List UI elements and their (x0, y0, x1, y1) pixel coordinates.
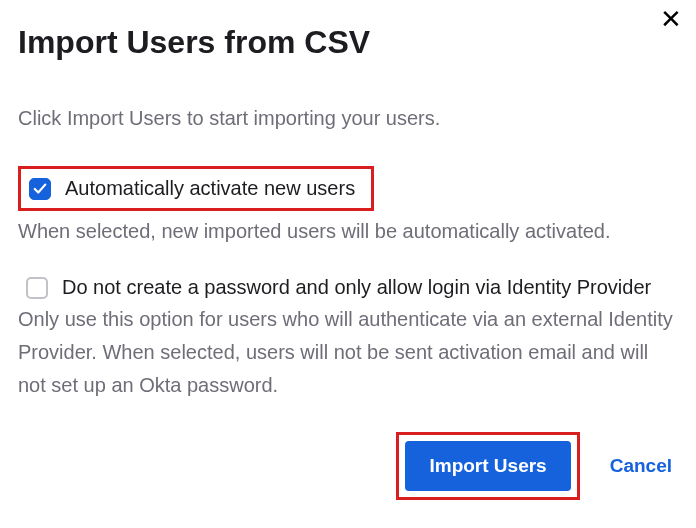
dialog-footer: Import Users Cancel (18, 432, 678, 500)
dialog-instruction: Click Import Users to start importing yo… (18, 107, 678, 130)
no-password-label: Do not create a password and only allow … (62, 276, 651, 299)
import-users-dialog: Import Users from CSV Click Import Users… (0, 0, 696, 518)
highlight-import-button: Import Users (396, 432, 579, 500)
auto-activate-help: When selected, new imported users will b… (18, 215, 678, 248)
no-password-checkbox[interactable] (26, 277, 48, 299)
close-icon: ✕ (660, 4, 682, 34)
option-no-password: Do not create a password and only allow … (18, 276, 678, 299)
close-button[interactable]: ✕ (654, 4, 688, 34)
option-auto-activate: Automatically activate new users (18, 166, 678, 211)
auto-activate-checkbox[interactable] (29, 178, 51, 200)
check-icon (33, 182, 47, 196)
highlight-auto-activate: Automatically activate new users (18, 166, 374, 211)
auto-activate-label: Automatically activate new users (65, 177, 355, 200)
import-users-button[interactable]: Import Users (405, 441, 570, 491)
dialog-title: Import Users from CSV (18, 24, 678, 61)
no-password-help: Only use this option for users who will … (18, 303, 678, 402)
cancel-button[interactable]: Cancel (610, 455, 672, 477)
